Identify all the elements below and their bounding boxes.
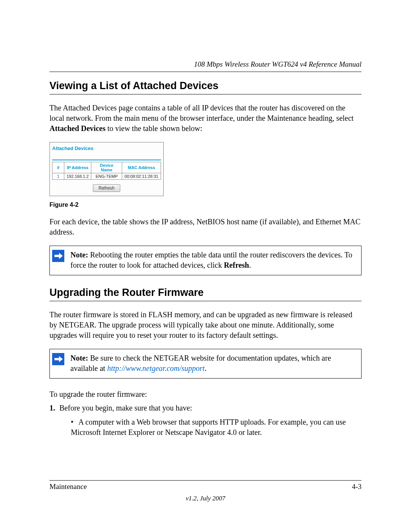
- col-name: Device Name: [91, 162, 122, 173]
- note-box-reboot: Note: Rebooting the router empties the t…: [49, 246, 362, 275]
- cell-ip: 192.168.1.2: [64, 173, 91, 180]
- bullet-item: •A computer with a Web browser that supp…: [71, 417, 362, 438]
- bullet-dot: •: [71, 417, 78, 427]
- step-text: Before you begin, make sure that you hav…: [59, 404, 192, 412]
- panel-separator: [52, 160, 161, 160]
- table-header-row: # IP Address Device Name MAC Address: [53, 162, 161, 173]
- col-num: #: [53, 162, 64, 173]
- note-label: Note:: [70, 251, 88, 259]
- panel-title: Attached Devices: [52, 145, 161, 153]
- refresh-button[interactable]: Refresh: [93, 184, 120, 192]
- device-table: # IP Address Device Name MAC Address 1 1…: [52, 162, 161, 180]
- figure-caption: Figure 4-2: [49, 201, 362, 208]
- note-text: Note: Be sure to check the NETGEAR websi…: [68, 349, 361, 378]
- cell-mac: 00:08:02:11:28:31: [122, 173, 161, 180]
- page: 108 Mbps Wireless Router WGT624 v4 Refer…: [0, 0, 411, 532]
- running-head: 108 Mbps Wireless Router WGT624 v4 Refer…: [49, 60, 362, 72]
- arrow-right-icon: [50, 246, 68, 262]
- text: Rebooting the router empties the table d…: [70, 251, 352, 269]
- footer-left: Maintenance: [49, 482, 87, 491]
- text: .: [249, 261, 251, 269]
- upgrade-intro: To upgrade the router firmware:: [49, 389, 362, 399]
- step-number: 1.: [49, 403, 59, 413]
- arrow-right-icon: [50, 349, 68, 365]
- footer-version: v1.2, July 2007: [0, 495, 411, 502]
- attached-devices-screenshot: Attached Devices # IP Address Device Nam…: [49, 142, 164, 196]
- refresh-row: Refresh: [52, 184, 161, 192]
- footer-right: 4-3: [352, 482, 362, 491]
- para-table-desc: For each device, the table shows the IP …: [49, 217, 362, 237]
- bold-attached-devices: Attached Devices: [49, 124, 105, 133]
- support-link[interactable]: http://www.netgear.com/support: [107, 364, 205, 372]
- heading-upgrade-firmware: Upgrading the Router Firmware: [49, 287, 362, 301]
- content: Viewing a List of Attached Devices The A…: [49, 80, 362, 438]
- note-text: Note: Rebooting the router empties the t…: [68, 246, 361, 275]
- heading-attached-devices: Viewing a List of Attached Devices: [49, 80, 362, 94]
- svg-rect-4: [54, 358, 59, 360]
- bullet-text: A computer with a Web browser that suppo…: [71, 418, 346, 436]
- cell-num: 1: [53, 173, 64, 180]
- footer-rule: [49, 480, 362, 481]
- note-label: Note:: [70, 354, 88, 362]
- text: .: [205, 364, 207, 372]
- col-ip: IP Address: [64, 162, 91, 173]
- ordered-step: 1.Before you begin, make sure that you h…: [49, 403, 362, 413]
- para-firmware-intro: The router firmware is stored in FLASH m…: [49, 310, 362, 340]
- note-box-website: Note: Be sure to check the NETGEAR websi…: [49, 349, 362, 379]
- cell-name: ENG-TEMP: [91, 173, 122, 180]
- table-row: 1 192.168.1.2 ENG-TEMP 00:08:02:11:28:31: [53, 173, 161, 180]
- svg-rect-1: [54, 255, 59, 257]
- text: to view the table shown below:: [105, 124, 202, 133]
- col-mac: MAC Address: [122, 162, 161, 173]
- para-attached-intro: The Attached Devices page contains a tab…: [49, 103, 362, 134]
- footer-line: Maintenance 4-3: [49, 482, 362, 491]
- note-refresh-bold: Refresh: [224, 261, 249, 269]
- text: The Attached Devices page contains a tab…: [49, 104, 354, 122]
